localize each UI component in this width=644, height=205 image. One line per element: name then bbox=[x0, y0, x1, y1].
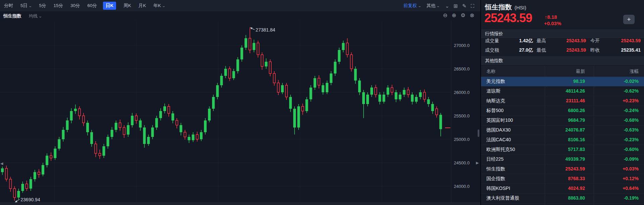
index-last: 9684.79 bbox=[568, 117, 585, 123]
y-axis-tick: 25000.0 bbox=[454, 137, 470, 142]
low-annotation: 23690.94 bbox=[20, 197, 40, 202]
y-axis-tick: 26500.0 bbox=[454, 66, 470, 71]
period-toolbar: 分时5日⌄5分15分30分60分日K周K月K年K⌄ 前复权⌄ 其他⌄ ⌄⊞✎⛶ bbox=[0, 0, 480, 12]
index-change-pct: +0.03% bbox=[623, 166, 639, 171]
index-last: 98.19 bbox=[573, 79, 585, 84]
close-icon[interactable]: ⊗ bbox=[470, 13, 474, 18]
period-tab-月K[interactable]: 月K bbox=[139, 3, 146, 9]
draw-pencil-icon[interactable]: ✎ bbox=[462, 3, 467, 8]
period-tab-60分[interactable]: 60分 bbox=[87, 3, 97, 9]
index-change-pct: +0.23% bbox=[623, 98, 639, 103]
period-tab-5分[interactable]: 5分 bbox=[39, 3, 46, 9]
period-tab-30分[interactable]: 30分 bbox=[70, 3, 80, 9]
collapse-left-handle[interactable]: ◀ bbox=[0, 161, 3, 166]
index-row-恒生指数[interactable]: 恒生指数25243.59+0.03% bbox=[481, 164, 644, 174]
index-name: 美元指数 bbox=[486, 79, 505, 85]
y-axis-tick: 25500.0 bbox=[454, 113, 470, 118]
index-name: 纳斯达克 bbox=[486, 98, 505, 104]
chevron-down-icon: ⌄ bbox=[28, 4, 32, 8]
index-row-富时意大利MIB[interactable]: 富时意大利MIB43000.48-0.29% bbox=[481, 203, 644, 205]
chart-symbol-label: 恒生指数 bbox=[3, 13, 21, 19]
index-change-pct: +0.12% bbox=[623, 176, 639, 181]
y-axis-tick: 27000.0 bbox=[454, 43, 470, 48]
index-name: 国企指数 bbox=[486, 176, 505, 182]
col-last: 最新 bbox=[576, 68, 585, 74]
period-tab-5日[interactable]: 5日⌄ bbox=[20, 3, 32, 9]
index-change-pct: -0.68% bbox=[624, 117, 639, 123]
layout-grid-icon[interactable]: ⊞ bbox=[453, 3, 458, 8]
chevron-down-icon: ⌄ bbox=[418, 4, 422, 8]
index-name: 日经225 bbox=[486, 156, 503, 162]
time-axis-strip bbox=[0, 202, 480, 205]
index-name: 道琼斯 bbox=[486, 88, 500, 94]
period-tab-15分[interactable]: 15分 bbox=[53, 3, 63, 9]
index-row-美元指数[interactable]: 美元指数98.19-0.02% bbox=[481, 77, 644, 87]
price-change-pct: +0.03% bbox=[544, 20, 561, 26]
index-name: 德国DAX30 bbox=[486, 127, 511, 133]
quote-value: 25243.59 bbox=[481, 38, 641, 43]
trading-app: 27000.026500.026000.025500.025000.024500… bbox=[0, 0, 644, 205]
quote-grid: 成交量1.42亿最高25243.59今开25243.59成交额27.0亿最低25… bbox=[481, 38, 644, 56]
col-change: 涨幅 bbox=[630, 68, 639, 74]
fullscreen-icon[interactable]: ⛶ bbox=[471, 3, 474, 8]
index-row-韩国KOSPI[interactable]: 韩国KOSPI4024.92+0.64% bbox=[481, 184, 644, 194]
period-tab-日K[interactable]: 日K bbox=[103, 2, 116, 10]
index-change-pct: -0.23% bbox=[624, 137, 639, 142]
index-row-道琼斯[interactable]: 道琼斯48114.26-0.62% bbox=[481, 87, 644, 96]
zoom-out-icon[interactable]: ⊖ bbox=[443, 13, 447, 18]
index-change-pct: -0.19% bbox=[624, 195, 639, 201]
chart-region: 27000.026500.026000.025500.025000.024500… bbox=[0, 0, 480, 205]
index-row-国企指数[interactable]: 国企指数8768.33+0.12% bbox=[481, 174, 644, 184]
chevron-down-icon: ⌄ bbox=[436, 4, 440, 8]
index-row-纳斯达克[interactable]: 纳斯达克23111.46+0.23% bbox=[481, 96, 644, 106]
period-tab-周K[interactable]: 周K bbox=[123, 3, 131, 9]
index-last: 5717.83 bbox=[568, 147, 585, 152]
index-row-欧洲斯托克50[interactable]: 欧洲斯托克505717.83-0.60% bbox=[481, 145, 644, 155]
index-row-澳大利亚普通股[interactable]: 澳大利亚普通股8863.80-0.19% bbox=[481, 194, 644, 203]
chart-controls: ⊖⊕⚙⊗ bbox=[443, 13, 474, 18]
chevron-down-icon: ⌄ bbox=[162, 4, 166, 8]
chart-legend-row: 恒生指数 均线⌄ bbox=[0, 11, 480, 21]
index-last: 49339.79 bbox=[566, 156, 585, 162]
index-last: 8106.16 bbox=[568, 137, 585, 142]
dropdown-caret-icon[interactable]: ⌄ bbox=[445, 3, 449, 8]
period-tab-分时[interactable]: 分时 bbox=[4, 3, 13, 9]
index-name: 韩国KOSPI bbox=[486, 186, 510, 192]
up-arrow-icon: ↑ bbox=[545, 14, 547, 20]
index-row-法国CAC40[interactable]: 法国CAC408106.16-0.23% bbox=[481, 135, 644, 145]
axis-scrollbar-thumb[interactable] bbox=[478, 130, 479, 137]
index-name: 法国CAC40 bbox=[486, 137, 511, 143]
index-name: 英国富时100 bbox=[486, 117, 513, 123]
index-last: 25243.59 bbox=[566, 166, 585, 171]
candlestick-chart[interactable]: 27000.026500.026000.025500.025000.024500… bbox=[0, 0, 480, 205]
index-last: 24076.87 bbox=[566, 127, 585, 133]
index-change-pct: -0.62% bbox=[624, 88, 639, 94]
settings-gear-icon[interactable]: ⚙ bbox=[461, 13, 465, 18]
zoom-in-icon[interactable]: ⊕ bbox=[452, 13, 456, 18]
index-change-pct: -0.02% bbox=[624, 79, 639, 84]
indices-table-header: 名称 最新 涨幅 bbox=[481, 66, 644, 77]
adjust-dropdown[interactable]: 前复权⌄ bbox=[403, 3, 421, 9]
index-name: 欧洲斯托克50 bbox=[486, 147, 515, 153]
collapse-right-handle[interactable]: ▶ bbox=[476, 161, 479, 165]
more-dropdown[interactable]: 其他⌄ bbox=[426, 3, 439, 9]
add-to-watchlist-button[interactable]: + bbox=[623, 15, 635, 24]
index-change-pct: -0.60% bbox=[624, 147, 639, 152]
index-row-德国DAX30[interactable]: 德国DAX3024076.87-0.63% bbox=[481, 125, 644, 135]
index-last: 4024.92 bbox=[568, 186, 585, 191]
high-annotation: 27381.84 bbox=[256, 27, 275, 33]
chevron-down-icon: ⌄ bbox=[38, 14, 42, 18]
index-row-标普500[interactable]: 标普5006800.26-0.24% bbox=[481, 106, 644, 116]
index-row-日经225[interactable]: 日经22549339.79-0.09% bbox=[481, 155, 644, 164]
index-last: 8863.80 bbox=[568, 195, 585, 201]
index-name: 恒生指数 bbox=[486, 166, 505, 172]
index-name: 恒生指数 bbox=[485, 3, 512, 12]
index-last: 6800.26 bbox=[568, 108, 585, 113]
quote-panel: 恒生指数 (HSI) 25243.59 ↑8.18 +0.03% + 行情报价 … bbox=[480, 0, 644, 205]
ma-dropdown[interactable]: 均线⌄ bbox=[29, 13, 42, 19]
index-change-pct: -0.63% bbox=[624, 127, 639, 133]
period-tab-年K[interactable]: 年K⌄ bbox=[153, 3, 165, 9]
index-row-英国富时100[interactable]: 英国富时1009684.79-0.68% bbox=[481, 116, 644, 125]
index-name: 标普500 bbox=[486, 108, 503, 114]
index-symbol: (HSI) bbox=[515, 5, 526, 10]
